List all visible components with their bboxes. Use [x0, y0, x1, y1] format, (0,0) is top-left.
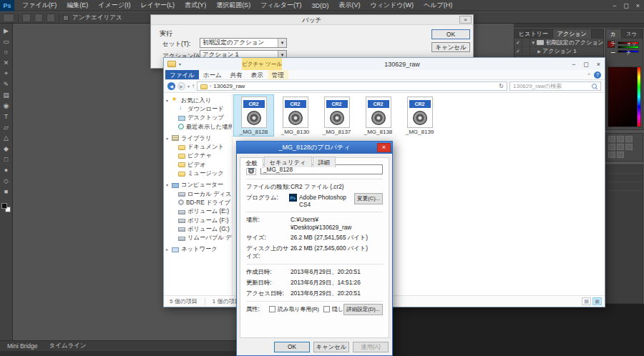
expander-icon[interactable] [166, 182, 172, 187]
sidebar-item-volume-g[interactable]: ボリューム (G:) [164, 224, 232, 233]
toggle-check-icon[interactable]: ✓ [514, 39, 522, 47]
cancel-button[interactable]: キャンセル [431, 42, 470, 52]
tab-general[interactable]: 全般 [240, 157, 263, 168]
sidebar-item-local-disk-c[interactable]: ローカル ディスク (C:) [164, 189, 232, 198]
tab-mini-bridge[interactable]: Mini Bridge [7, 342, 38, 350]
folder-icon[interactable] [167, 61, 176, 67]
layer-row[interactable] [606, 182, 643, 191]
adjustment-icon[interactable] [617, 152, 624, 158]
tool-icon[interactable]: ▱ [1, 122, 11, 132]
expander-icon[interactable] [166, 247, 172, 252]
tab-swatches[interactable]: スウォッチ [622, 29, 643, 39]
dialog-toggle-icon[interactable] [522, 39, 530, 47]
tab-security[interactable]: セキュリティ [264, 157, 312, 167]
tool-icon[interactable]: ⌖ [1, 69, 11, 78]
toggle-check-icon[interactable]: ✓ [514, 47, 522, 56]
adjustment-icon[interactable] [608, 136, 615, 142]
layer-row[interactable] [606, 165, 643, 174]
help-button[interactable]: ? [594, 71, 601, 79]
file-item[interactable]: CR2 _MG_8139 [400, 95, 439, 136]
tab-timeline[interactable]: タイムライン [49, 342, 87, 350]
sidebar-item-pictures[interactable]: ピクチャ [164, 152, 232, 160]
menu-edit[interactable]: 編集(E) [62, 1, 93, 10]
back-button[interactable] [167, 82, 175, 90]
s idebar-item-desktop[interactable]: デスクトップ [164, 114, 232, 122]
chevron-down-icon[interactable] [179, 61, 181, 66]
tool-preset-icon[interactable] [3, 14, 14, 22]
menu-select[interactable]: 選択範囲(S) [211, 1, 255, 10]
layer-row[interactable] [606, 174, 643, 182]
adjustment-icon[interactable] [625, 144, 633, 150]
close-button[interactable]: × [459, 16, 472, 24]
tool-icon[interactable]: ■ [1, 187, 11, 196]
minimize-button[interactable]: − [613, 2, 616, 9]
tool-icon[interactable]: ○ [1, 47, 11, 56]
tool-icon[interactable]: ✎ [1, 79, 11, 89]
tool-icon[interactable]: ▶ [1, 26, 11, 35]
tab-share[interactable]: 共有 [226, 70, 247, 79]
refresh-icon[interactable] [499, 83, 504, 89]
tool-icon[interactable]: □ [1, 154, 11, 164]
foreground-background-swatches[interactable] [1, 203, 11, 212]
tab-color[interactable]: カラー [606, 29, 622, 39]
adjustment-icon[interactable] [617, 144, 624, 150]
sidebar-item-computer[interactable]: コンピューター [164, 181, 232, 189]
list-view-button[interactable]: ▤ [582, 297, 591, 305]
selection-add-icon[interactable] [34, 14, 43, 22]
sidebar-item-documents[interactable]: ドキュメント [164, 142, 232, 151]
tool-icon[interactable]: ✕ [1, 58, 11, 67]
tool-icon[interactable]: T [1, 112, 11, 121]
maximize-button[interactable]: ◻ [583, 61, 588, 68]
up-button[interactable] [192, 83, 195, 89]
close-button[interactable]: × [597, 61, 600, 68]
tool-icon[interactable]: ◉ [1, 101, 11, 110]
ribbon-collapse-icon[interactable] [587, 70, 590, 80]
menu-filter[interactable]: フィルター(T) [255, 1, 306, 10]
search-input[interactable]: 130629_rawの検索 [509, 81, 601, 91]
change-button[interactable]: 変更(C)... [354, 193, 383, 204]
file-item[interactable]: CR2 _MG_8138 [358, 95, 398, 136]
breadcrumb[interactable]: 130629_raw [213, 83, 245, 89]
foreground-color-swatch[interactable] [1, 203, 7, 209]
advanced-button[interactable]: 詳細設定(D)... [343, 304, 383, 315]
sidebar-item-downloads[interactable]: ダウンロード [164, 104, 232, 113]
menu-layer[interactable]: レイヤー(L) [135, 1, 180, 10]
tab-file[interactable]: ファイル [165, 70, 199, 79]
menu-help[interactable]: ヘルプ(H) [419, 1, 457, 10]
action-row[interactable]: ✓ アクション 1 [514, 47, 603, 56]
thumbnail-view-button[interactable]: ▦ [592, 297, 602, 305]
cancel-button[interactable]: キャンセル [313, 342, 349, 352]
sidebar-item-libraries[interactable]: ライブラリ [164, 134, 232, 142]
adjustment-icon[interactable] [625, 136, 633, 142]
tool-icon[interactable]: ● [1, 165, 11, 174]
tab-history[interactable]: ヒストリー [514, 29, 553, 39]
expander-icon[interactable] [166, 98, 172, 103]
sidebar-item-recent[interactable]: 最近表示した場所 [164, 122, 232, 131]
expander-icon[interactable] [536, 49, 542, 54]
selection-subtract-icon[interactable] [47, 14, 55, 22]
file-item[interactable]: CR2 _MG_8130 [275, 95, 315, 136]
file-item[interactable]: CR2 _MG_8128 [234, 95, 273, 136]
expander-icon[interactable] [530, 41, 537, 45]
menu-3d[interactable]: 3D(D) [306, 2, 333, 9]
adjustment-icon[interactable] [608, 152, 615, 158]
expander-icon[interactable] [166, 136, 172, 141]
chevron-down-icon[interactable] [187, 84, 190, 89]
sidebar-item-music[interactable]: ミュージック [164, 169, 232, 177]
action-set-row[interactable]: ✓ 初期設定のアクション [514, 39, 603, 47]
dialog-toggle-icon[interactable] [522, 47, 530, 56]
sidebar-item-favorites[interactable]: お気に入り [164, 96, 232, 104]
apply-button[interactable]: 適用(A) [353, 342, 389, 352]
antialias-checkbox[interactable] [63, 15, 69, 21]
minimize-button[interactable]: − [572, 61, 575, 68]
tab-home[interactable]: ホーム [199, 70, 226, 79]
tool-icon[interactable]: ◆ [1, 144, 11, 153]
adjustment-icon[interactable] [617, 136, 624, 142]
tab-manage[interactable]: 管理 [268, 70, 288, 79]
tool-icon[interactable]: △ [1, 133, 11, 142]
file-item[interactable]: CR2 _MG_8137 [317, 95, 356, 136]
adjustment-icon[interactable] [608, 144, 615, 150]
action-set-select[interactable]: 初期設定のアクション [200, 38, 287, 48]
sidebar-item-removable-disk[interactable]: リムーバブル ディスク (G:) [164, 233, 232, 242]
close-button[interactable]: × [636, 2, 640, 9]
